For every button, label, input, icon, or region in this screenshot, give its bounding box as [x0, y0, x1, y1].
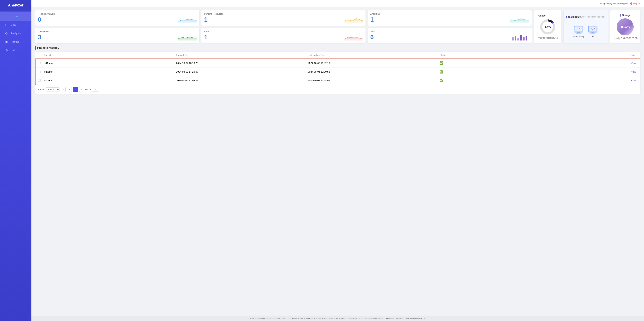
qs-items: scRNA-seq — [574, 26, 598, 38]
stat-cards-grid: Pending Analysis 0 Pending Resourc — [35, 10, 532, 43]
sidebar-nav: ⌂ Home ◫ Data ◎ Analysis ▣ Project ⊙ Hel… — [0, 12, 32, 55]
table-header: Project Created Time Last Update Time St… — [35, 52, 640, 59]
header-checkbox — [38, 54, 44, 56]
next-page-button[interactable]: › — [79, 87, 84, 92]
analysis-icon: ◎ — [5, 32, 8, 35]
row2-action: View — [538, 70, 637, 73]
total-label: Total 8 — [38, 88, 44, 91]
sidebar-item-analysis-label: Analysis — [10, 32, 21, 35]
storage-sub: capacity:3.04 GB/20.00 GB — [613, 37, 638, 40]
sidebar-item-data[interactable]: ◫ Data — [0, 21, 32, 29]
row2-view-link[interactable]: View — [631, 71, 636, 73]
sidebar-item-project-label: Project — [10, 40, 19, 43]
svg-rect-12 — [576, 33, 581, 34]
stat-completed: Completed 3 — [35, 28, 199, 43]
analyzing-chart — [510, 16, 529, 23]
sidebar-item-analysis[interactable]: ◎ Analysis — [0, 29, 32, 38]
usage-panel: Usage 12% Analyze statistics:6/50 — [534, 10, 561, 43]
qs-title-bar — [566, 16, 567, 18]
footer-text: Ruijin Hospital Affiliated to Shanghai J… — [250, 317, 426, 319]
error-chart — [344, 34, 363, 41]
stat-total: Total 6 — [368, 28, 532, 43]
main-content: Pending Analysis 0 Pending Resourc — [32, 7, 644, 315]
col-status: Status — [440, 54, 539, 56]
row2-status: ✅ — [440, 70, 538, 74]
sidebar-item-data-label: Data — [10, 23, 16, 26]
qs-item-st[interactable]: ST — [588, 26, 598, 38]
qs-title: Quick Start — [568, 16, 580, 18]
sidebar-item-project[interactable]: ▣ Project — [0, 38, 32, 46]
data-icon: ◫ — [5, 23, 8, 27]
table-row: scDemo 2024-07-25 12:04:23 2024-10-09 17… — [36, 76, 640, 85]
row1-updated: 2024-10-02 16:52:16 — [308, 62, 440, 65]
section-title-bar — [35, 46, 36, 50]
row1-action: View — [538, 62, 637, 65]
storage-circle: 15.19% — [617, 18, 634, 35]
sidebar-item-home-label: Home — [10, 15, 18, 18]
project-icon: ▣ — [5, 40, 8, 44]
svg-point-18 — [592, 29, 593, 30]
pending-resources-chart — [344, 16, 363, 23]
row1-status: ✅ — [440, 61, 538, 65]
quick-start-panel: Quick Start Choose one Demo to start! — [564, 10, 608, 43]
status-success-icon: ✅ — [440, 61, 443, 65]
storage-title-bar — [620, 14, 620, 17]
sidebar-item-home[interactable]: ⌂ Home — [0, 12, 32, 21]
row2-name: stDemo — [44, 70, 176, 73]
col-action: Action — [539, 54, 638, 56]
col-created: Created Time — [176, 54, 308, 56]
qs-item-scrna[interactable]: scRNA-seq — [574, 26, 584, 38]
qs-item-st-label: ST — [592, 35, 594, 38]
svg-rect-16 — [590, 33, 595, 34]
svg-rect-4 — [523, 37, 524, 41]
col-updated: Last Update Time — [308, 54, 440, 56]
status-success-icon-3: ✅ — [440, 79, 443, 82]
sidebar-item-help[interactable]: ⊙ Help — [0, 46, 32, 55]
scrna-seq-monitor-icon — [574, 26, 584, 34]
goto-input[interactable] — [92, 88, 99, 92]
footer: Ruijin Hospital Affiliated to Shanghai J… — [32, 315, 644, 321]
usage-donut: 12% — [539, 18, 556, 35]
row1-name: stDemo — [44, 62, 176, 65]
table-row: stDemo 2024-10-02 16:10:26 2024-10-02 16… — [36, 59, 640, 68]
topbar: wangzy17@tsinghua.org.cn ⏻ Logout — [32, 0, 644, 7]
prev-page-button[interactable]: ‹ — [61, 87, 66, 92]
svg-point-21 — [593, 30, 594, 31]
svg-rect-3 — [520, 35, 522, 41]
page-1-button[interactable]: 1 — [67, 87, 72, 92]
page-2-button[interactable]: 2 — [73, 87, 78, 92]
svg-rect-1 — [515, 37, 516, 41]
sidebar: Analyzer ⌂ Home ◫ Data ◎ Analysis ▣ Proj… — [0, 0, 32, 321]
row3-view-link[interactable]: View — [631, 79, 636, 82]
row1-checkbox[interactable] — [38, 62, 44, 64]
total-chart — [510, 34, 529, 41]
row2-checkbox[interactable] — [38, 71, 44, 73]
table-row: stDemo 2024-08-02 14:29:07 2024-08-06 12… — [36, 68, 640, 76]
storage-title-label: Storage — [622, 14, 630, 17]
per-page-select[interactable]: 5/page 10/page 20/page — [46, 87, 60, 92]
stat-pending-analysis: Pending Analysis 0 — [35, 10, 199, 26]
projects-table: Project Created Time Last Update Time St… — [35, 52, 640, 94]
pending-analysis-chart — [178, 16, 196, 23]
row3-checkbox[interactable] — [38, 79, 44, 82]
topbar-user: wangzy17@tsinghua.org.cn — [600, 2, 628, 5]
usage-sub: Analyze statistics:6/50 — [538, 37, 558, 39]
qs-item-scrna-label: scRNA-seq — [574, 35, 584, 38]
help-icon: ⊙ — [5, 49, 8, 52]
logout-button[interactable]: ⏻ Logout — [630, 2, 640, 5]
pagination: Total 8 5/page 10/page 20/page ‹ 1 2 › G… — [35, 85, 640, 94]
svg-rect-0 — [512, 38, 514, 41]
svg-rect-11 — [577, 32, 580, 33]
row3-created: 2024-07-25 12:04:23 — [176, 79, 308, 82]
logout-icon: ⏻ — [630, 2, 632, 5]
row1-view-link[interactable]: View — [631, 62, 636, 65]
top-row: Pending Analysis 0 Pending Resourc — [35, 10, 640, 43]
table-body: stDemo 2024-10-02 16:10:26 2024-10-02 16… — [35, 59, 640, 85]
svg-point-19 — [592, 30, 592, 31]
row3-updated: 2024-10-09 17:44:02 — [308, 79, 440, 82]
content-wrapper: wangzy17@tsinghua.org.cn ⏻ Logout Pendin… — [32, 0, 644, 321]
st-monitor-icon — [588, 26, 598, 34]
row3-action: View — [538, 79, 637, 82]
home-icon: ⌂ — [5, 15, 8, 18]
row3-status: ✅ — [440, 79, 538, 82]
